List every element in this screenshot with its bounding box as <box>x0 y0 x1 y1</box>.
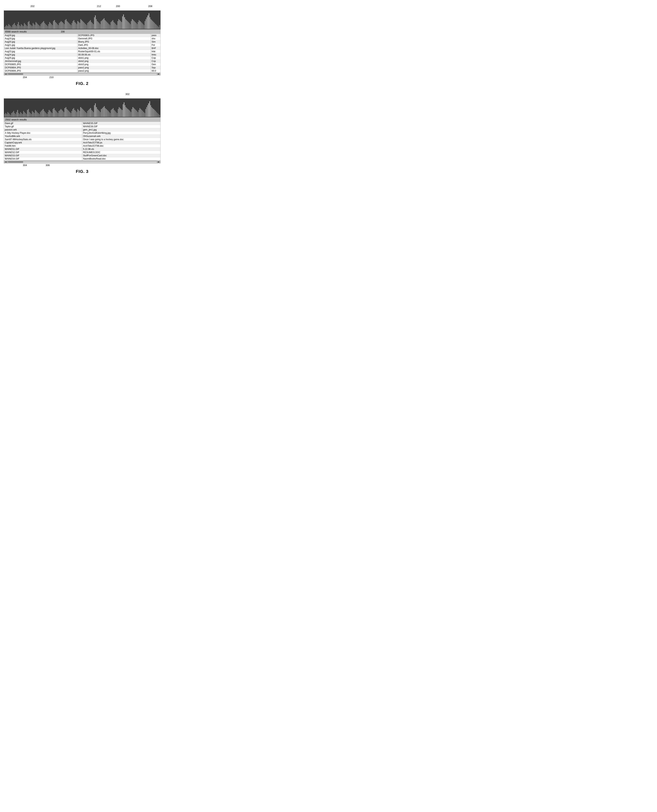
list-item[interactable]: Cop <box>151 56 160 60</box>
list-item[interactable]: stick1.png <box>78 56 151 60</box>
list-item[interactable]: Levi Judah Yuerba Buena gardens playgrou… <box>4 47 77 50</box>
list-item[interactable]: passion.wrk <box>4 128 82 131</box>
list-item[interactable]: Aug21.jpg <box>4 44 77 47</box>
scrollbar-track[interactable] <box>8 73 157 75</box>
list-item[interactable]: WAINES6.GIF <box>82 125 160 128</box>
list-item[interactable]: A Silly Hockey Player.doc <box>4 131 82 135</box>
list-item[interactable]: Sim <box>151 40 160 44</box>
list-item[interactable]: Aug23.jpg <box>4 50 77 53</box>
ref-200: 200 <box>116 5 120 8</box>
list-item[interactable]: RESUMEI3.DOC <box>82 151 160 154</box>
list-item[interactable]: Aug19.jpg <box>4 37 77 40</box>
fig2-col2: DCP00803.JPGGemmell.JPGBlurry.JPGDark.JP… <box>78 34 151 73</box>
fig2-col3: passshoSimForBAFIntelinksCopCopGenSqu00.… <box>151 34 160 73</box>
list-item[interactable]: WAINES3.GIF <box>4 154 82 157</box>
list-item[interactable]: links <box>151 53 160 56</box>
list-item[interactable]: pass2.png <box>78 69 151 73</box>
list-item[interactable]: stick2.png <box>78 60 151 63</box>
fig3-search-count: 2502 search results <box>5 118 26 121</box>
fig2-search-count: 6568 search results <box>5 30 26 33</box>
fig3-results-header: 2502 search results <box>4 118 160 122</box>
fig2-scrollbar[interactable]: ◀ ▶ <box>4 73 160 75</box>
ref-208: 208 <box>148 5 153 8</box>
figure-2: 202 212 200 208 6568 search results 206 … <box>4 4 160 86</box>
fig2-chart-wrapper <box>4 11 160 30</box>
ref-202: 202 <box>30 5 34 8</box>
list-item[interactable]: For <box>151 44 160 47</box>
list-item[interactable]: DCP00804.JPG <box>4 66 77 69</box>
fig3-top-labels: 302 <box>4 92 160 98</box>
scrollbar-thumb-3[interactable] <box>8 162 23 163</box>
fig2-results-panel: 6568 search results 206 Aug18.jpgAug19.j… <box>4 30 160 75</box>
fig2-results-header: 6568 search results 206 <box>4 30 160 34</box>
fig3-bottom-labels: 306 304 <box>4 163 160 167</box>
list-item[interactable]: Blurry.JPG <box>78 40 151 44</box>
list-item[interactable]: Aug20.jpg <box>4 40 77 44</box>
fig3-histogram <box>4 98 160 117</box>
list-item[interactable]: BAF <box>151 47 160 50</box>
list-item[interactable]: ArchTeleJCIT98.doc <box>82 145 160 148</box>
list-item[interactable]: WAINES4.GIF <box>4 157 82 160</box>
list-item[interactable]: Squ <box>151 66 160 69</box>
list-item[interactable]: Once I was going to a hockey game.doc <box>82 138 160 141</box>
list-item[interactable]: Taylor.gif <box>4 125 82 128</box>
list-item[interactable]: Inte <box>151 50 160 53</box>
list-item[interactable]: PerryJimAndKidsHiking.jpg <box>82 131 160 135</box>
fig3-chart-wrapper <box>4 98 160 117</box>
list-item[interactable]: WAINES1.GIF <box>4 148 82 151</box>
fig3-scrollbar[interactable]: ◀ ▶ <box>4 160 160 163</box>
list-item[interactable]: sho <box>151 37 160 40</box>
list-item[interactable]: 5.22.98.xls <box>82 148 160 151</box>
scroll-left-icon-3[interactable]: ◀ <box>5 161 7 163</box>
scroll-right-icon-3[interactable]: ▶ <box>157 161 160 163</box>
list-item[interactable]: Cop <box>151 60 160 63</box>
fig3-label: FIG. 3 <box>4 169 160 174</box>
list-item[interactable]: OhSuzannah.wrk <box>82 135 160 138</box>
list-item[interactable]: WAINES2.GIF <box>4 151 82 154</box>
list-item[interactable]: CaptainCopy.wrk <box>4 141 82 145</box>
fig2-results-body: Aug18.jpgAug19.jpgAug20.jpgAug21.jpgLevi… <box>4 34 160 73</box>
list-item[interactable]: 00.09.06.xls <box>78 53 151 56</box>
list-item[interactable]: Aug18.jpg <box>4 34 77 37</box>
fig3-col2: WAINES5.GIFWAINES6.GIFgem_jim1.jpgPerryJ… <box>82 122 160 160</box>
list-item[interactable]: YouAndMe.wrk <box>4 135 82 138</box>
figure-3: 302 2502 search results Dave.gifTaylor.g… <box>4 92 160 174</box>
ref-304: 304 <box>23 164 27 166</box>
fig2-col1: Aug18.jpgAug19.jpgAug20.jpgAug21.jpgLevi… <box>4 34 78 73</box>
scrollbar-thumb[interactable] <box>8 73 23 75</box>
scrollbar-track-3[interactable] <box>8 161 157 163</box>
ref-302: 302 <box>125 93 129 96</box>
list-item[interactable]: Gemmell.JPG <box>78 37 151 40</box>
list-item[interactable]: Sam97-98HockeyStats.xls <box>4 138 82 141</box>
fig3-col1: Dave.gifTaylor.gifpassion.wrkA Silly Hoc… <box>4 122 82 160</box>
fig2-histogram <box>4 11 160 30</box>
list-item[interactable]: Feb98.htm <box>4 145 82 148</box>
fig3-results-panel: 2502 search results Dave.gifTaylor.gifpa… <box>4 117 160 163</box>
list-item[interactable]: gem_jim1.jpg <box>82 128 160 131</box>
list-item[interactable]: stick3.png <box>78 63 151 66</box>
list-item[interactable]: DCP00803.JPG <box>78 34 151 37</box>
scroll-left-icon[interactable]: ◀ <box>5 73 7 75</box>
list-item[interactable]: Activities_00-08.doc <box>78 47 151 50</box>
list-item[interactable]: NaomiBooksRead.doc <box>82 157 160 160</box>
fig2-bottom-labels: 204 210 <box>4 75 160 79</box>
list-item[interactable]: pass1.png <box>78 66 151 69</box>
list-item[interactable]: Dark.JPG <box>78 44 151 47</box>
list-item[interactable]: DCP00805.JPG <box>4 63 77 66</box>
list-item[interactable]: RosterSquirt00-01.xls <box>78 50 151 53</box>
list-item[interactable]: Dave.gif <box>4 122 82 125</box>
list-item[interactable]: StuffForGreenCard.doc <box>82 154 160 157</box>
list-item[interactable]: DCP00806.JPG <box>4 69 77 73</box>
list-item[interactable]: pass <box>151 34 160 37</box>
scroll-right-icon[interactable]: ▶ <box>157 73 160 75</box>
fig3-results-body: Dave.gifTaylor.gifpassion.wrkA Silly Hoc… <box>4 122 160 160</box>
list-item[interactable]: Aug25.jpg <box>4 56 77 60</box>
list-item[interactable]: WAINES5.GIF <box>82 122 160 125</box>
list-item[interactable]: 00.0 <box>151 69 160 73</box>
list-item[interactable]: ArchTeleJCIT98.ps <box>82 141 160 145</box>
list-item[interactable]: Gen <box>151 63 160 66</box>
ref-212: 212 <box>97 5 101 8</box>
ref-306: 306 <box>45 164 50 166</box>
list-item[interactable]: Aug24.jpg <box>4 53 77 56</box>
list-item[interactable]: JimGemmell.jpg <box>4 60 77 63</box>
